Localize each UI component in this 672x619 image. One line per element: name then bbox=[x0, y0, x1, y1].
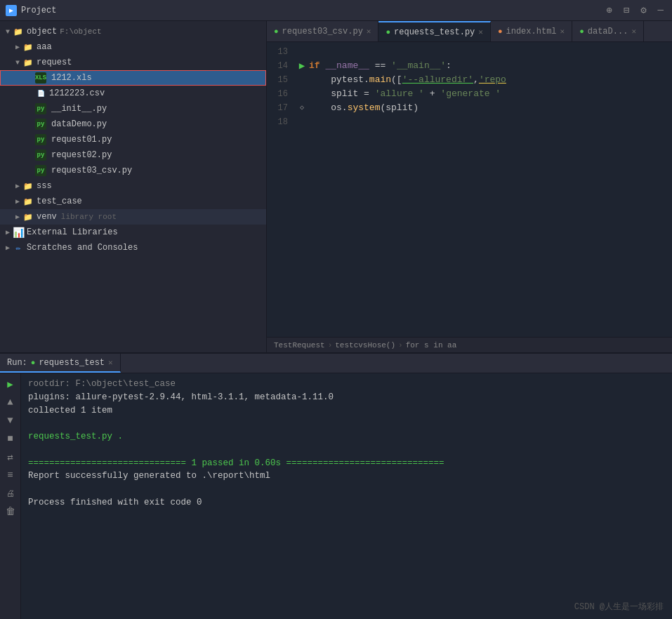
breadcrumb-3[interactable]: for s in aa bbox=[406, 341, 457, 350]
tab-label-req03csv: request03_csv.py bbox=[282, 27, 363, 36]
tree-label-1212xls: 1212.xls bbox=[51, 73, 92, 83]
tree-item-request02[interactable]: py request02.py bbox=[0, 147, 266, 163]
tree-item-datademo[interactable]: py dataDemo.py bbox=[0, 117, 266, 132]
folder-icon-sss: 📁 bbox=[22, 180, 34, 192]
bottom-tab-run-close[interactable]: ✕ bbox=[108, 358, 113, 367]
code-editor[interactable]: 13 14 ▶ if __name__ == '__main__': 15 py… bbox=[267, 42, 672, 337]
tree-label-request: request bbox=[37, 58, 72, 67]
code-line-18: 18 bbox=[267, 115, 672, 129]
editor-area: ● request03_csv.py ✕ ● requests_test.py … bbox=[267, 21, 672, 352]
tree-label-testcase: test_case bbox=[37, 197, 82, 206]
run-btn-rerun[interactable]: ⇄ bbox=[3, 449, 18, 465]
line-num-16: 16 bbox=[267, 87, 295, 101]
titlebar-btn-minimize[interactable]: — bbox=[655, 4, 666, 16]
tree-label-request01: request01.py bbox=[51, 135, 112, 145]
term-line-2: plugins: allure-pytest-2.9.44, html-3.1.… bbox=[28, 391, 665, 404]
tree-label-request02: request02.py bbox=[51, 150, 112, 160]
tree-label-1212223csv: 1212223.csv bbox=[49, 88, 105, 98]
term-line-4 bbox=[28, 417, 665, 430]
tree-arrow-venv: ▶ bbox=[13, 213, 22, 221]
line-gutter-14[interactable]: ▶ bbox=[295, 59, 309, 73]
breadcrumb-bar: TestRequest › testcvsHose() › for s in a… bbox=[267, 337, 672, 352]
extlib-icon: 📊 bbox=[13, 227, 24, 238]
run-btn-print[interactable]: 🖨 bbox=[3, 486, 18, 501]
tab-close-datad[interactable]: ✕ bbox=[631, 27, 636, 36]
tab-reqtest[interactable]: ● requests_test.py ✕ bbox=[378, 21, 490, 41]
titlebar-btn-layout[interactable]: ⊕ bbox=[603, 4, 614, 16]
title-bar-actions: ⊕ ⊟ ⚙ — bbox=[603, 4, 666, 16]
py-icon-request01: py bbox=[35, 134, 46, 145]
line-num-13: 13 bbox=[267, 45, 295, 59]
file-tree: ▼ 📁 object F:\object ▶ 📁 aaa ▼ 📁 request… bbox=[0, 21, 266, 352]
py-icon-request03csv: py bbox=[35, 165, 46, 176]
tree-item-aaa[interactable]: ▶ 📁 aaa bbox=[0, 39, 266, 55]
tab-label-index: index.html bbox=[506, 27, 557, 36]
tree-item-1212223csv[interactable]: 📄 1212223.csv bbox=[0, 86, 266, 101]
tree-item-init[interactable]: py __init__.py bbox=[0, 101, 266, 117]
tree-item-object[interactable]: ▼ 📁 object F:\object bbox=[0, 24, 266, 39]
line-gutter-17[interactable]: ◇ bbox=[295, 101, 309, 115]
breadcrumb-2[interactable]: testcvsHose() bbox=[335, 341, 395, 350]
tree-arrow-testcase: ▶ bbox=[13, 197, 22, 206]
run-btn-stop[interactable]: ■ bbox=[3, 431, 18, 446]
tree-item-testcase[interactable]: ▶ 📁 test_case bbox=[0, 194, 266, 209]
breadcrumb-1[interactable]: TestRequest bbox=[274, 341, 325, 350]
tree-label-venv: venv bbox=[37, 212, 57, 222]
terminal-output: rootdir: F:\object\test_case plugins: al… bbox=[21, 373, 672, 619]
tab-req03csv[interactable]: ● request03_csv.py ✕ bbox=[267, 21, 378, 41]
tree-item-sss[interactable]: ▶ 📁 sss bbox=[0, 178, 266, 194]
py-icon-datademo: py bbox=[35, 119, 46, 130]
code-line-16: 16 split = 'allure ' + 'generate ' bbox=[267, 87, 672, 101]
tree-item-extlib[interactable]: ▶ 📊 External Libraries bbox=[0, 225, 266, 240]
csv-icon: 📄 bbox=[35, 88, 46, 99]
tree-item-request03csv[interactable]: py request03_csv.py bbox=[0, 163, 266, 178]
tab-icon-reqtest: ● bbox=[386, 28, 390, 36]
tab-label-reqtest: requests_test.py bbox=[394, 27, 475, 37]
term-line-8: Report successfully generated to .\repor… bbox=[28, 470, 665, 483]
run-btn-clear[interactable]: 🗑 bbox=[3, 504, 18, 519]
tab-close-req03csv[interactable]: ✕ bbox=[367, 27, 371, 36]
tree-item-1212xls[interactable]: XLS 1212.xls bbox=[0, 70, 266, 86]
tree-item-request[interactable]: ▼ 📁 request bbox=[0, 55, 266, 70]
code-line-14: 14 ▶ if __name__ == '__main__': bbox=[267, 59, 672, 73]
term-line-7: ============================== 1 passed … bbox=[28, 457, 665, 470]
tab-index[interactable]: ● index.html ✕ bbox=[491, 21, 572, 41]
tree-arrow-scratches: ▶ bbox=[3, 244, 13, 252]
bottom-tabs: Run: ● requests_test ✕ bbox=[0, 354, 672, 373]
editor-tabs: ● request03_csv.py ✕ ● requests_test.py … bbox=[267, 21, 672, 42]
tree-label-sss: sss bbox=[37, 181, 52, 191]
term-line-1: rootdir: F:\object\test_case bbox=[28, 378, 665, 391]
run-btn-down[interactable]: ▼ bbox=[3, 413, 18, 428]
tree-path-object: F:\object bbox=[60, 27, 101, 36]
breakpoint-17[interactable]: ◇ bbox=[300, 101, 304, 115]
line-content-16: split = 'allure ' + 'generate ' bbox=[309, 87, 672, 101]
line-content-14: if __name__ == '__main__': bbox=[309, 59, 672, 73]
tree-label-datademo: dataDemo.py bbox=[51, 119, 107, 129]
line-content-15: pytest.main(['--alluredir','repo bbox=[309, 73, 672, 87]
bottom-tab-run-name: requests_test bbox=[39, 358, 105, 368]
breadcrumb-sep-2: › bbox=[398, 341, 403, 350]
tree-label-request03csv: request03_csv.py bbox=[51, 166, 132, 175]
run-btn-play[interactable]: ▶ bbox=[3, 376, 18, 392]
xls-icon: XLS bbox=[35, 72, 46, 84]
scratches-icon: ✏️ bbox=[13, 242, 24, 253]
line-num-18: 18 bbox=[267, 115, 295, 129]
watermark: CSDN @人生是一场彩排 bbox=[574, 601, 664, 613]
py-icon-init: py bbox=[35, 103, 46, 114]
line-num-17: 17 bbox=[267, 101, 295, 115]
tab-close-index[interactable]: ✕ bbox=[560, 27, 565, 36]
tree-label-scratches: Scratches and Consoles bbox=[27, 243, 138, 253]
titlebar-btn-collapse[interactable]: ⊟ bbox=[621, 4, 632, 16]
term-line-6 bbox=[28, 444, 665, 457]
bottom-tab-run[interactable]: Run: ● requests_test ✕ bbox=[0, 354, 121, 373]
tab-close-reqtest[interactable]: ✕ bbox=[478, 27, 483, 36]
tree-item-venv[interactable]: ▶ 📁 venv library root bbox=[0, 209, 266, 225]
code-line-15: 15 pytest.main(['--alluredir','repo bbox=[267, 73, 672, 87]
run-button-14[interactable]: ▶ bbox=[299, 59, 305, 73]
tab-datad[interactable]: ● dataD... ✕ bbox=[572, 21, 644, 41]
run-btn-menu[interactable]: ≡ bbox=[3, 467, 18, 483]
tree-item-scratches[interactable]: ▶ ✏️ Scratches and Consoles bbox=[0, 240, 266, 255]
titlebar-btn-settings[interactable]: ⚙ bbox=[638, 4, 649, 16]
tree-item-request01[interactable]: py request01.py bbox=[0, 132, 266, 147]
run-btn-up[interactable]: ▲ bbox=[3, 394, 18, 410]
